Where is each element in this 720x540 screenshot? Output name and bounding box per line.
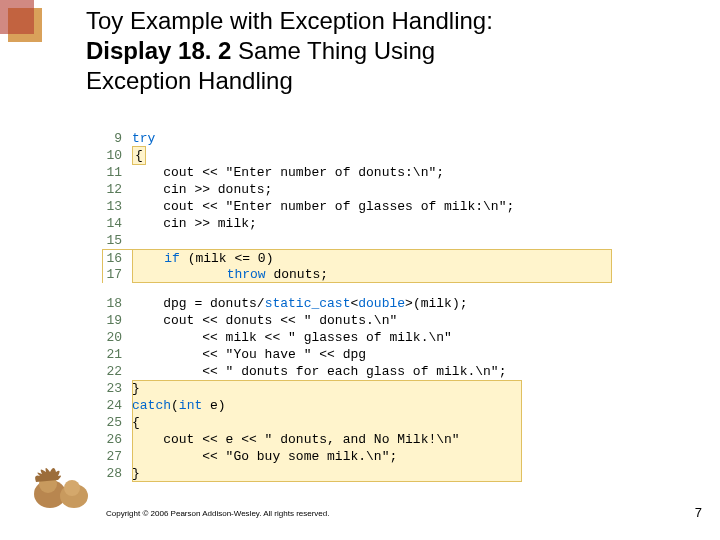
code-row: 24 catch(int e)	[102, 397, 612, 414]
slide-title: Toy Example with Exception Handling: Dis…	[86, 6, 646, 96]
copyright-text: Copyright © 2006 Pearson Addison-Wesley.…	[106, 509, 330, 518]
code-row: 16 if (milk <= 0)	[102, 249, 612, 266]
code-row: 13 cout << "Enter number of glasses of m…	[102, 198, 612, 215]
code-row: 10 {	[102, 147, 612, 164]
code-row: 18 dpg = donuts/static_cast<double>(milk…	[102, 295, 612, 312]
code-row: 28 }	[102, 465, 612, 482]
code-row: 15	[102, 232, 612, 249]
code-row: 22 << " donuts for each glass of milk.\n…	[102, 363, 612, 380]
code-row: 21 << "You have " << dpg	[102, 346, 612, 363]
code-row: 14 cin >> milk;	[102, 215, 612, 232]
page-number: 7	[695, 505, 702, 520]
title-line-1: Toy Example with Exception Handling:	[86, 6, 646, 36]
code-listing: 9 try 10 { 11 cout << "Enter number of d…	[102, 130, 612, 482]
svg-point-3	[64, 480, 80, 496]
code-row: 9 try	[102, 130, 612, 147]
code-row: 19 cout << donuts << " donuts.\n"	[102, 312, 612, 329]
lion-illustration-icon	[28, 452, 98, 512]
corner-decoration	[0, 0, 60, 60]
code-row: 20 << milk << " glasses of milk.\n"	[102, 329, 612, 346]
code-row: 12 cin >> donuts;	[102, 181, 612, 198]
code-row: 17 throw donuts;	[102, 266, 612, 283]
code-row: 27 << "Go buy some milk.\n";	[102, 448, 612, 465]
code-row: 11 cout << "Enter number of donuts:\n";	[102, 164, 612, 181]
title-line-3: Exception Handling	[86, 66, 646, 96]
code-row: 26 cout << e << " donuts, and No Milk!\n…	[102, 431, 612, 448]
code-row: 25 {	[102, 414, 612, 431]
code-row: 23 }	[102, 380, 612, 397]
title-line-2: Display 18. 2 Same Thing Using	[86, 36, 646, 66]
